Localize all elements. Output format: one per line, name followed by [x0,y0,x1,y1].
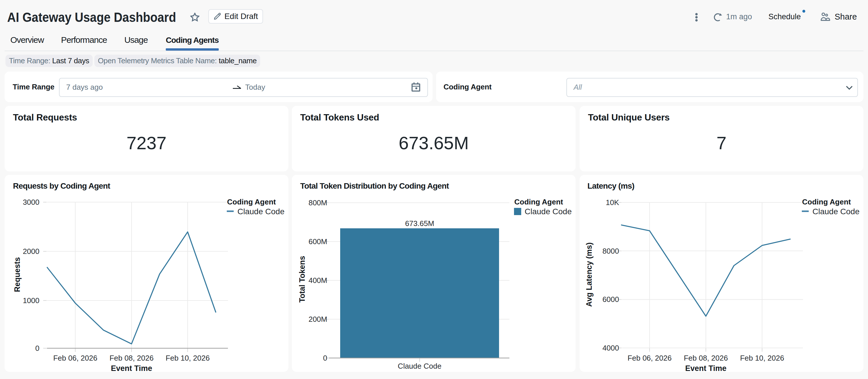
svg-text:3000: 3000 [23,198,39,206]
svg-text:Feb 08, 2026: Feb 08, 2026 [110,354,153,362]
svg-text:0: 0 [323,354,327,362]
svg-text:Feb 08, 2026: Feb 08, 2026 [684,354,728,362]
svg-text:4000: 4000 [602,344,619,352]
svg-text:Feb 10, 2026: Feb 10, 2026 [740,354,784,362]
svg-text:6000: 6000 [602,295,619,304]
svg-text:800M: 800M [309,198,327,207]
svg-text:Claude Code: Claude Code [525,207,571,216]
svg-text:Event Time: Event Time [685,364,727,372]
svg-text:Coding Agent: Coding Agent [802,198,851,206]
svg-text:Requests: Requests [13,257,22,292]
svg-text:Total Token Distribution by Co: Total Token Distribution by Coding Agent [300,181,449,191]
svg-text:Feb 06, 2026: Feb 06, 2026 [53,354,97,362]
svg-text:673.65M: 673.65M [405,219,434,228]
svg-text:Total Tokens: Total Tokens [298,256,307,303]
svg-text:Event Time: Event Time [111,364,152,372]
svg-text:Claude Code: Claude Code [238,207,284,216]
svg-text:Avg Latency (ms): Avg Latency (ms) [585,242,593,307]
svg-text:2000: 2000 [23,247,39,255]
svg-text:200M: 200M [309,315,327,323]
svg-text:Feb 06, 2026: Feb 06, 2026 [627,354,672,362]
svg-text:Claude Code: Claude Code [398,362,441,370]
svg-text:Claude Code: Claude Code [812,207,859,216]
svg-text:Latency (ms): Latency (ms) [587,181,634,191]
svg-text:10K: 10K [606,198,619,207]
svg-text:600M: 600M [309,237,327,246]
svg-text:Feb 10, 2026: Feb 10, 2026 [165,354,210,362]
svg-text:400M: 400M [309,276,327,285]
svg-text:Coding Agent: Coding Agent [227,198,276,206]
svg-text:Requests by Coding Agent: Requests by Coding Agent [13,181,110,191]
svg-text:1000: 1000 [23,296,39,305]
svg-text:Coding Agent: Coding Agent [514,198,563,206]
svg-text:0: 0 [35,344,39,352]
svg-text:8000: 8000 [602,247,619,255]
